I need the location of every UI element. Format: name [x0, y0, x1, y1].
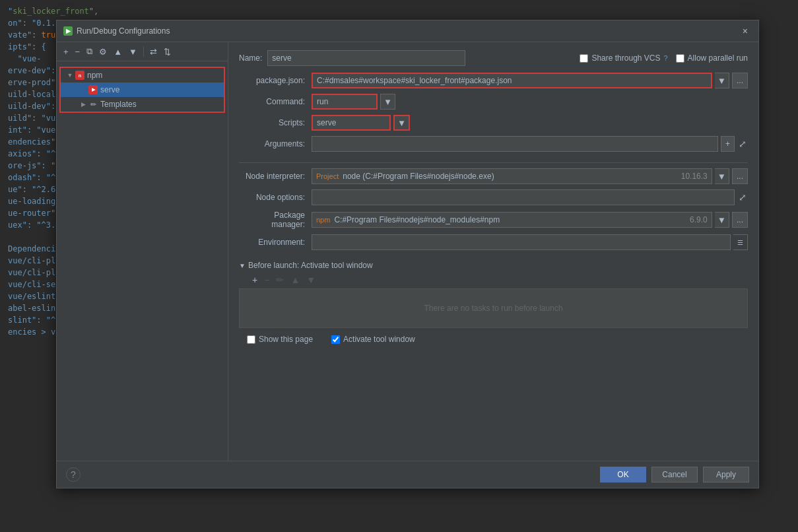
before-launch-header: ▼ Before launch: Activate tool window: [239, 261, 748, 270]
run-debug-dialog: ▶ Run/Debug Configurations × + − ⧉ ⚙ ▲ ▼…: [56, 20, 759, 488]
activate-tool-label: Activate tool window: [343, 335, 415, 344]
arguments-add-button[interactable]: +: [721, 136, 735, 152]
down-config-button[interactable]: ▼: [126, 46, 140, 58]
environment-browse-button[interactable]: ☰: [733, 234, 748, 250]
show-page-label: Show this page: [259, 335, 313, 344]
package-json-browse-button[interactable]: ...: [732, 73, 748, 88]
activate-tool-checkbox[interactable]: [331, 335, 340, 344]
before-launch-collapse-arrow[interactable]: ▼: [239, 262, 246, 269]
package-json-row: package.json: ▼ ...: [239, 73, 748, 88]
scripts-input[interactable]: [312, 115, 391, 131]
package-manager-value: C:#Program Files#nodejs#node_modules#npm: [334, 215, 500, 224]
arguments-label: Arguments:: [239, 139, 312, 149]
command-control: ▼: [312, 94, 748, 110]
activate-tool-group: Activate tool window: [331, 335, 415, 344]
up-config-button[interactable]: ▲: [111, 46, 125, 58]
serve-expand-arrow: [79, 86, 87, 94]
arguments-expand-button[interactable]: ⤢: [737, 137, 748, 150]
package-manager-control: npm C:#Program Files#nodejs#node_modules…: [312, 212, 748, 228]
share-vcs-checkbox[interactable]: [580, 54, 588, 63]
node-options-control: ⤢: [312, 189, 748, 205]
ok-button[interactable]: OK: [600, 467, 646, 482]
remove-config-button[interactable]: −: [73, 46, 83, 58]
scripts-control: ▼: [312, 115, 748, 131]
serve-icon: ▶: [88, 85, 98, 94]
node-interpreter-row: Node interpreter: Project node (C:#Progr…: [239, 168, 748, 184]
npm-expand-arrow[interactable]: ▼: [66, 71, 74, 79]
toolbar-separator: [143, 46, 144, 57]
templates-icon: ✏: [88, 100, 98, 109]
node-options-input[interactable]: [312, 189, 735, 205]
copy-config-button[interactable]: ⧉: [84, 45, 95, 58]
tree-item-templates[interactable]: ▶ ✏ Templates: [61, 97, 224, 112]
show-page-checkbox[interactable]: [247, 335, 255, 344]
name-label: Name:: [239, 53, 262, 63]
cancel-button[interactable]: Cancel: [651, 467, 698, 482]
templates-expand-arrow[interactable]: ▶: [79, 100, 87, 108]
bottom-checkboxes: Show this page Activate tool window: [239, 335, 748, 344]
node-interpreter-control: Project node (C:#Program Files#nodejs#no…: [312, 168, 748, 184]
command-dropdown-button[interactable]: ▼: [380, 94, 395, 110]
package-json-label: package.json:: [239, 76, 312, 85]
before-launch-title: Before launch: Activate tool window: [248, 261, 373, 270]
serve-label: serve: [100, 85, 119, 94]
share-help-icon[interactable]: ?: [663, 54, 667, 62]
tree-item-npm[interactable]: ▼ n npm: [61, 68, 224, 83]
node-interpreter-dropdown-button[interactable]: ▼: [715, 168, 729, 184]
config-tree: ▼ n npm ▶ serve: [57, 61, 228, 461]
left-panel: + − ⧉ ⚙ ▲ ▼ ⇄ ⇅ ▼ n: [57, 42, 228, 461]
arguments-input[interactable]: [312, 136, 718, 152]
show-page-group: Show this page: [247, 335, 313, 344]
dialog-title-bar: ▶ Run/Debug Configurations ×: [57, 20, 758, 42]
settings-config-button[interactable]: ⚙: [96, 46, 110, 58]
node-interpreter-label: Node interpreter:: [239, 172, 312, 181]
scripts-label: Scripts:: [239, 118, 312, 127]
package-manager-input: npm C:#Program Files#nodejs#node_modules…: [312, 212, 712, 228]
environment-row: Environment: ☰: [239, 234, 748, 250]
add-config-button[interactable]: +: [61, 46, 71, 58]
package-manager-badge: npm: [316, 216, 330, 224]
help-button[interactable]: ?: [66, 467, 81, 482]
node-interpreter-browse-button[interactable]: ...: [732, 168, 748, 184]
apply-button[interactable]: Apply: [703, 467, 749, 482]
package-json-input[interactable]: [312, 73, 712, 88]
package-manager-dropdown-button[interactable]: ▼: [715, 212, 729, 228]
package-manager-version: 6.9.0: [690, 215, 708, 224]
environment-control: ☰: [312, 234, 748, 250]
share-vcs-label: Share through VCS: [591, 53, 660, 63]
npm-label: npm: [87, 71, 102, 80]
package-manager-browse-button[interactable]: ...: [732, 212, 748, 228]
before-launch-down-button[interactable]: ▼: [304, 274, 318, 286]
before-launch-remove-button[interactable]: −: [261, 274, 272, 286]
node-version: 10.16.3: [681, 172, 708, 181]
allow-parallel-label: Allow parallel run: [688, 53, 748, 63]
package-manager-label: Package manager:: [239, 211, 312, 229]
arguments-row: Arguments: + ⤢: [239, 136, 748, 152]
right-panel: Name: Share through VCS ? Allow parallel…: [228, 42, 758, 461]
before-launch-section: ▼ Before launch: Activate tool window + …: [239, 261, 748, 328]
sort-config-button[interactable]: ⇅: [161, 46, 174, 58]
before-launch-add-button[interactable]: +: [249, 274, 260, 286]
name-input[interactable]: [267, 50, 465, 66]
environment-input[interactable]: [312, 234, 731, 250]
tree-item-serve[interactable]: ▶ serve: [61, 83, 224, 97]
dialog-title: Run/Debug Configurations: [77, 26, 170, 36]
left-toolbar: + − ⧉ ⚙ ▲ ▼ ⇄ ⇅: [57, 42, 228, 61]
node-options-label: Node options:: [239, 193, 312, 202]
node-project-badge: Project: [316, 172, 339, 180]
node-options-row: Node options: ⤢: [239, 189, 748, 205]
before-launch-toolbar: + − ✏ ▲ ▼: [239, 274, 748, 286]
header-row: Name: Share through VCS ? Allow parallel…: [239, 50, 748, 66]
node-options-expand-button[interactable]: ⤢: [737, 191, 748, 204]
scripts-row: Scripts: ▼: [239, 115, 748, 131]
package-json-dropdown-button[interactable]: ▼: [715, 73, 729, 88]
before-launch-content: There are no tasks to run before launch: [239, 288, 748, 328]
before-launch-up-button[interactable]: ▲: [288, 274, 302, 286]
before-launch-edit-button[interactable]: ✏: [273, 274, 286, 286]
close-button[interactable]: ×: [739, 24, 752, 38]
move-config-button[interactable]: ⇄: [147, 46, 160, 58]
allow-parallel-checkbox[interactable]: [676, 54, 684, 63]
command-input[interactable]: [312, 94, 378, 110]
scripts-dropdown-button[interactable]: ▼: [393, 115, 410, 131]
arguments-control: + ⤢: [312, 136, 748, 152]
